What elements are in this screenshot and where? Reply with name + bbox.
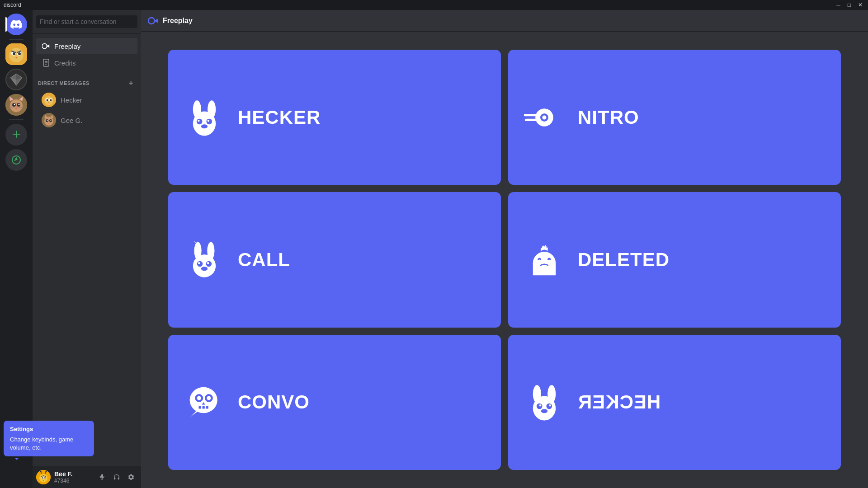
settings-button[interactable] [125,471,137,483]
convo-card-icon [182,380,227,425]
hecker-card-icon [182,95,227,140]
compass-icon [11,155,22,165]
game-card-deleted[interactable]: DELETED [508,192,841,327]
discord-icon [10,20,23,29]
main-header-title: Freeplay [163,17,193,25]
svg-point-80 [542,115,547,119]
svg-point-52 [47,120,48,121]
user-panel: Bee F. #7346 [33,466,141,488]
dm-name-hecker: Hecker [61,96,82,104]
svg-point-83 [207,242,214,260]
server-sidebar [0,10,33,488]
svg-point-96 [197,396,201,400]
server-icon-diamond[interactable] [5,69,27,90]
plus-icon [11,129,22,140]
server-icon-cat[interactable] [5,94,27,116]
svg-point-75 [208,120,210,122]
channel-item-credits[interactable]: Credits [36,55,137,71]
dm-avatar-hecker [42,93,56,107]
close-button[interactable]: ✕ [856,2,864,8]
bee-avatar-icon [36,470,51,484]
main-header: Freeplay [141,10,868,32]
dm-item-gee[interactable]: Gee G. [36,110,137,130]
server-divider-2 [9,119,24,120]
svg-point-1 [9,48,24,62]
settings-tooltip-description: Change keybinds, game volume, etc. [10,436,88,452]
user-info: Bee F. #7346 [54,470,92,484]
dm-add-button[interactable]: + [127,79,136,88]
dm-avatar-gee [42,113,56,127]
channel-item-freeplay[interactable]: Freeplay [36,38,137,54]
mic-button[interactable] [96,471,108,483]
game-grid: HECKER NITRO [141,32,868,488]
freeplay-activity-icon [42,42,51,51]
search-input[interactable] [36,15,137,28]
main-content: Freeplay [141,10,868,488]
svg-point-86 [206,261,212,267]
dm-name-gee: Gee G. [61,117,82,124]
svg-point-72 [207,118,212,124]
svg-point-24 [14,104,15,105]
discord-home-button[interactable] [5,14,27,35]
call-card-icon [182,237,227,282]
app-body: Freeplay Credits DIRECT MESSAGES + [0,10,868,488]
game-card-title-nitro: NITRO [578,107,639,128]
svg-point-42 [50,99,52,101]
gear-icon [127,474,135,481]
headset-button[interactable] [110,471,123,483]
svg-point-89 [207,262,209,264]
dm-section-label: DIRECT MESSAGES [38,80,90,86]
game-card-hecker[interactable]: HECKER [168,50,501,185]
credits-document-icon [42,58,51,67]
active-indicator [5,17,7,32]
deleted-card-icon [522,237,567,282]
game-card-title-hecker-mirror: HECKER [578,391,660,413]
title-bar: discord ─ □ ✕ [0,0,868,10]
cat-icon [5,94,27,116]
svg-point-25 [19,104,20,105]
svg-point-66 [148,18,155,24]
svg-point-63 [40,471,42,472]
game-card-title-deleted: DELETED [578,249,670,271]
game-card-title-call: CALL [238,249,290,271]
game-card-title-hecker: HECKER [238,107,321,128]
user-tag: #7346 [54,478,92,484]
dm-section-header: DIRECT MESSAGES + [33,71,141,89]
settings-tooltip-title: Settings [10,425,88,433]
minimize-button[interactable]: ─ [835,2,842,8]
game-card-title-convo: CONVO [238,391,310,413]
header-freeplay-icon [148,16,159,25]
game-card-call[interactable]: CALL [168,192,501,327]
discovery-button[interactable] [5,149,27,171]
svg-rect-98 [198,406,201,408]
channel-label-freeplay: Freeplay [54,42,80,50]
server-divider [9,39,24,40]
app-title: discord [4,2,21,8]
dm-item-hecker[interactable]: Hecker [36,90,137,110]
title-bar-controls: ─ □ ✕ [835,2,864,8]
channel-label-credits: Credits [54,59,76,67]
hecker-mirror-card-icon [522,380,567,425]
channel-sidebar: Freeplay Credits DIRECT MESSAGES + [33,10,141,488]
channel-search-area [33,10,141,34]
diamond-icon [10,73,23,86]
username: Bee F. [54,470,92,478]
svg-point-5 [18,52,21,55]
svg-point-85 [197,261,203,267]
svg-point-97 [207,396,211,400]
channel-list: Freeplay Credits DIRECT MESSAGES + [33,34,141,466]
svg-point-69 [193,100,201,118]
user-controls [96,471,137,483]
svg-point-65 [46,471,47,472]
svg-point-71 [197,118,203,124]
maximize-button[interactable]: □ [846,2,853,8]
game-server-icon [5,43,27,65]
game-card-hecker-mirror[interactable]: HECKER [508,335,841,470]
game-card-nitro[interactable]: NITRO [508,50,841,185]
add-server-button[interactable] [5,124,27,145]
server-icon-game[interactable] [5,43,27,65]
svg-point-59 [42,477,43,479]
svg-rect-99 [203,406,205,408]
game-card-convo[interactable]: CONVO [168,335,501,470]
svg-point-53 [51,120,52,121]
